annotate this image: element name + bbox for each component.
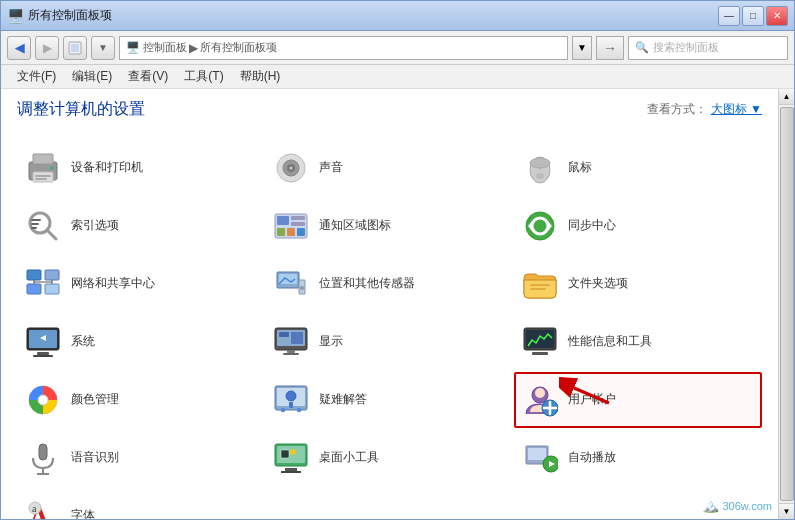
item-sound[interactable]: 声音 [265, 140, 513, 196]
svg-point-5 [50, 166, 54, 170]
items-grid: 设备和打印机 声音 [17, 140, 762, 519]
folder-icon [520, 264, 560, 304]
menu-help[interactable]: 帮助(H) [232, 66, 289, 87]
svg-rect-73 [281, 471, 301, 473]
svg-rect-52 [291, 332, 303, 344]
item-folder-label: 文件夹选项 [568, 276, 628, 292]
svg-rect-72 [285, 468, 297, 471]
printer-icon [23, 148, 63, 188]
scroll-thumb[interactable] [780, 107, 794, 501]
maximize-button[interactable]: □ [742, 6, 764, 26]
svg-rect-42 [530, 288, 546, 290]
svg-rect-18 [31, 219, 41, 221]
item-printer[interactable]: 设备和打印机 [17, 140, 265, 196]
item-system[interactable]: 系统 [17, 314, 265, 370]
svg-point-75 [290, 449, 296, 455]
color-icon [23, 380, 63, 420]
back-button[interactable]: ◀ [7, 36, 31, 60]
item-display[interactable]: 显示 [265, 314, 513, 370]
item-sound-label: 声音 [319, 160, 343, 176]
mouse-icon [520, 148, 560, 188]
scroll-up-button[interactable]: ▲ [779, 89, 795, 105]
address-dropdown[interactable]: ▼ [572, 36, 592, 60]
menu-view[interactable]: 查看(V) [120, 66, 176, 87]
menu-edit[interactable]: 编辑(E) [64, 66, 120, 87]
svg-rect-24 [291, 222, 305, 226]
minimize-button[interactable]: — [718, 6, 740, 26]
sound-icon [271, 148, 311, 188]
svg-rect-3 [33, 154, 53, 164]
svg-line-17 [47, 230, 56, 239]
item-notify-label: 通知区域图标 [319, 218, 391, 234]
svg-rect-54 [526, 330, 554, 348]
font-icon: A a [23, 496, 63, 519]
address-bar: ◀ ▶ ▼ 🖥️ 控制面板 ▶ 所有控制面板项 ▼ → 🔍 搜索控制面板 [1, 31, 794, 65]
address-field[interactable]: 🖥️ 控制面板 ▶ 所有控制面板项 [119, 36, 568, 60]
item-notify[interactable]: 通知区域图标 [265, 198, 513, 254]
item-autoplay[interactable]: 自动播放 [514, 430, 762, 486]
item-mouse[interactable]: 鼠标 [514, 140, 762, 196]
title-bar-buttons: — □ ✕ [718, 6, 788, 26]
menu-tools[interactable]: 工具(T) [176, 66, 231, 87]
forward-button[interactable]: ▶ [35, 36, 59, 60]
item-folder[interactable]: 文件夹选项 [514, 256, 762, 312]
system-icon [23, 322, 63, 362]
item-location[interactable]: 位置和其他传感器 [265, 256, 513, 312]
item-voice[interactable]: 语音识别 [17, 430, 265, 486]
scrollbar[interactable]: ▲ ▼ [778, 89, 794, 519]
item-network[interactable]: 网络和共享中心 [17, 256, 265, 312]
svg-rect-25 [277, 228, 285, 236]
item-trouble[interactable]: 疑难解答 [265, 372, 513, 428]
svg-rect-33 [27, 284, 41, 294]
svg-rect-67 [39, 444, 47, 460]
item-perf-label: 性能信息和工具 [568, 334, 652, 350]
svg-rect-19 [31, 223, 39, 225]
window-icon: 🖥️ [7, 8, 24, 24]
svg-rect-1 [71, 44, 79, 52]
item-perf[interactable]: 性能信息和工具 [514, 314, 762, 370]
item-font[interactable]: A a 字体 [17, 488, 265, 519]
item-user[interactable]: 用户帐户 [514, 372, 762, 428]
dropdown-button[interactable]: ▼ [91, 36, 115, 60]
svg-rect-63 [297, 408, 301, 412]
item-user-label: 用户帐户 [568, 392, 616, 408]
menu-bar: 文件(F) 编辑(E) 查看(V) 工具(T) 帮助(H) [1, 65, 794, 89]
svg-point-57 [38, 395, 48, 405]
desktop-icon [271, 438, 311, 478]
svg-rect-74 [281, 450, 289, 458]
search-icon: 🔍 [635, 41, 649, 54]
up-button[interactable] [63, 36, 87, 60]
sync-icon [520, 206, 560, 246]
close-button[interactable]: ✕ [766, 6, 788, 26]
notify-icon [271, 206, 311, 246]
svg-rect-61 [289, 402, 293, 408]
item-trouble-label: 疑难解答 [319, 392, 367, 408]
svg-rect-55 [532, 352, 548, 355]
svg-rect-7 [35, 178, 47, 180]
menu-file[interactable]: 文件(F) [9, 66, 64, 87]
item-index[interactable]: 索引选项 [17, 198, 265, 254]
scroll-down-button[interactable]: ▼ [779, 503, 795, 519]
item-sync[interactable]: 同步中心 [514, 198, 762, 254]
item-desktop[interactable]: 桌面小工具 [265, 430, 513, 486]
autoplay-icon [520, 438, 560, 478]
svg-rect-6 [35, 175, 51, 177]
location-icon [271, 264, 311, 304]
view-value-button[interactable]: 大图标 ▼ [711, 101, 762, 118]
svg-rect-49 [287, 350, 295, 353]
item-desktop-label: 桌面小工具 [319, 450, 379, 466]
user-icon [520, 380, 560, 420]
trouble-icon [271, 380, 311, 420]
content-area: 调整计算机的设置 查看方式： 大图标 ▼ [1, 89, 778, 519]
item-network-label: 网络和共享中心 [71, 276, 155, 292]
title-bar-left: 🖥️ 所有控制面板项 [7, 7, 112, 24]
item-voice-label: 语音识别 [71, 450, 119, 466]
main-content: 调整计算机的设置 查看方式： 大图标 ▼ [1, 89, 794, 519]
item-mouse-label: 鼠标 [568, 160, 592, 176]
search-field[interactable]: 🔍 搜索控制面板 [628, 36, 788, 60]
item-color[interactable]: 颜色管理 [17, 372, 265, 428]
svg-rect-45 [37, 352, 49, 355]
go-button[interactable]: → [596, 36, 624, 60]
svg-point-14 [530, 158, 550, 168]
watermark: 🏔️ 306w.com [702, 497, 772, 513]
